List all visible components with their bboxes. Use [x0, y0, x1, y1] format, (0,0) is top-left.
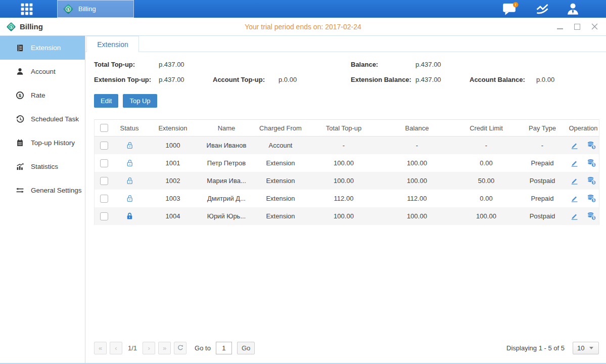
table-row[interactable]: 1000 Иван Иванов Account - - - - $: [95, 136, 599, 154]
goto-page-input[interactable]: [216, 342, 232, 354]
table-row[interactable]: 1002 Мария Ива... Extension 100.00 100.0…: [95, 172, 599, 190]
sidebar-item-statistics[interactable]: Statistics: [0, 155, 85, 178]
notifications-button[interactable]: !: [502, 2, 519, 16]
svg-text:$: $: [10, 25, 12, 29]
statistics-monitor-button[interactable]: [535, 3, 550, 16]
refresh-button[interactable]: [174, 342, 187, 354]
top-up-button[interactable]: Top Up: [123, 94, 157, 108]
summary-row: Total Top-up: p.437.00: [94, 61, 351, 68]
total-topup: 100.00: [309, 159, 379, 167]
row-checkbox[interactable]: [100, 177, 108, 185]
page-size-dropdown[interactable]: 10: [573, 342, 599, 354]
sidebar-item-topup-history[interactable]: Top-up History: [0, 131, 85, 155]
top-up-icon[interactable]: $: [587, 212, 596, 220]
user-account-button[interactable]: [566, 2, 580, 16]
maximize-icon: [574, 24, 580, 30]
account-topup-value: p.0.00: [278, 76, 297, 83]
grid-icon-glyph: [20, 3, 33, 16]
pay-type: Prepaid: [517, 195, 568, 202]
sidebar: Extension Account $ Rate Scheduled Task: [0, 36, 85, 363]
balance: 112.00: [379, 195, 455, 202]
svg-text:$: $: [593, 198, 595, 202]
operation-cell: $: [568, 176, 599, 185]
operation-cell: $: [568, 212, 599, 220]
table-row[interactable]: 1003 Дмитрий Д... Extension 112.00 112.0…: [95, 190, 599, 207]
balance: 100.00: [379, 177, 455, 185]
row-checkbox[interactable]: [100, 212, 108, 220]
select-all-checkbox[interactable]: [100, 124, 108, 132]
unlocked-icon: [125, 176, 134, 185]
edit-icon[interactable]: [570, 212, 579, 220]
credit-limit: -: [455, 142, 517, 149]
minimize-button[interactable]: [556, 23, 564, 30]
action-buttons: Edit Top Up: [94, 94, 606, 108]
last-page-button[interactable]: »: [158, 342, 171, 354]
extension-name: Юрий Юрь...: [201, 212, 252, 220]
header-status: Status: [114, 124, 145, 132]
row-checkbox[interactable]: [100, 195, 108, 203]
total-topup-value: p.437.00: [159, 61, 213, 68]
first-page-button[interactable]: «: [94, 342, 107, 354]
svg-text:$: $: [593, 216, 595, 220]
edit-icon[interactable]: [570, 194, 579, 203]
charged-from: Extension: [252, 195, 309, 202]
top-up-icon[interactable]: $: [587, 159, 596, 167]
sidebar-item-general-settings[interactable]: General Settings: [0, 178, 85, 202]
svg-text:$: $: [593, 163, 595, 167]
person-icon: [16, 67, 24, 76]
table-row[interactable]: 1001 Петр Петров Extension 100.00 100.00…: [95, 154, 599, 172]
tab-extension[interactable]: Extension: [86, 36, 139, 52]
balance: 100.00: [379, 212, 455, 220]
window-controls: [556, 23, 598, 30]
table-header-row: Status Extension Name Charged From Total…: [95, 119, 599, 136]
row-checkbox[interactable]: [100, 159, 108, 167]
top-up-icon[interactable]: $: [587, 141, 596, 150]
sidebar-item-extension[interactable]: Extension: [0, 36, 85, 60]
credit-limit: 100.00: [455, 212, 517, 220]
extension-topup-label: Extension Top-up:: [94, 76, 159, 83]
top-up-icon[interactable]: $: [587, 176, 596, 185]
sidebar-item-rate[interactable]: $ Rate: [0, 83, 85, 107]
tab-strip: Extension: [85, 36, 606, 52]
extension-number: 1001: [145, 159, 201, 167]
extension-name: Мария Ива...: [201, 177, 252, 185]
sliders-icon: [16, 186, 24, 195]
close-button[interactable]: [591, 23, 598, 30]
edit-button[interactable]: Edit: [94, 94, 118, 108]
topbar-icons: !: [502, 0, 580, 18]
account-balance-label: Account Balance:: [470, 76, 536, 83]
sidebar-item-scheduled-task[interactable]: Scheduled Task: [0, 107, 85, 131]
charged-from: Extension: [252, 177, 309, 185]
extension-number: 1000: [145, 142, 201, 149]
maximize-button[interactable]: [574, 23, 581, 30]
header-name: Name: [201, 124, 252, 132]
taskbar-tab-billing[interactable]: $ Billing: [57, 0, 134, 18]
topbar-spacer: [134, 0, 502, 18]
pay-type: Postpaid: [517, 212, 568, 220]
sidebar-item-account[interactable]: Account: [0, 60, 85, 83]
svg-text:$: $: [593, 145, 595, 149]
prev-page-button[interactable]: ‹: [110, 342, 122, 354]
edit-icon[interactable]: [570, 176, 579, 185]
next-page-button[interactable]: ›: [143, 342, 155, 354]
header-pay-type: Pay Type: [517, 124, 568, 132]
extension-topup-value: p.437.00: [159, 76, 213, 83]
account-balance-value: p.0.00: [536, 76, 554, 83]
status-cell: [114, 212, 145, 220]
edit-icon[interactable]: [570, 141, 579, 150]
balance: -: [379, 142, 455, 149]
operation-cell: $: [568, 159, 599, 167]
edit-icon[interactable]: [570, 159, 579, 167]
chevron-down-icon: [589, 347, 593, 349]
balance-value: p.437.00: [415, 61, 470, 68]
header-credit-limit: Credit Limit: [455, 124, 517, 132]
go-button[interactable]: Go: [237, 342, 255, 354]
top-up-icon[interactable]: $: [587, 194, 596, 203]
page-title: Billing: [20, 22, 43, 31]
billing-app-icon: $: [6, 22, 16, 32]
table-row[interactable]: 1004 Юрий Юрь... Extension 100.00 100.00…: [95, 207, 599, 225]
extension-balance-value: p.437.00: [415, 76, 470, 83]
extension-number: 1004: [145, 212, 201, 220]
row-checkbox[interactable]: [100, 142, 108, 150]
app-grid-icon[interactable]: [17, 0, 37, 18]
